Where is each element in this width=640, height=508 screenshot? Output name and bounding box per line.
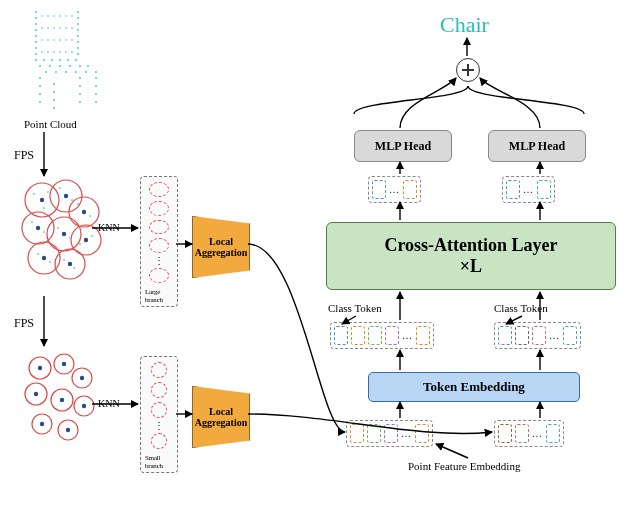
svg-point-117 [80, 376, 84, 380]
svg-point-1 [35, 17, 37, 19]
svg-point-5 [35, 41, 37, 43]
svg-point-2 [35, 23, 37, 25]
local-aggregation-upper: Local Aggregation [192, 216, 250, 278]
combine-node [456, 58, 480, 82]
xattn-tokens-left: … [330, 322, 434, 349]
svg-point-94 [71, 199, 73, 201]
svg-point-36 [53, 51, 55, 53]
pfe-tokens-right: … [494, 420, 564, 447]
svg-point-4 [35, 35, 37, 37]
local-aggregation-lower: Local Aggregation [192, 386, 250, 448]
svg-point-98 [43, 231, 45, 233]
svg-point-66 [53, 83, 55, 85]
mlp-head-right: MLP Head [488, 130, 586, 162]
svg-point-17 [47, 15, 49, 17]
svg-point-73 [95, 101, 97, 103]
svg-point-55 [75, 71, 77, 73]
svg-point-37 [59, 51, 61, 53]
svg-point-105 [63, 259, 65, 261]
svg-point-12 [77, 35, 79, 37]
svg-point-40 [35, 59, 37, 61]
svg-point-121 [40, 422, 44, 426]
cross-attention-title: Cross-Attention Layer [384, 235, 557, 256]
svg-point-43 [59, 59, 61, 61]
svg-point-103 [37, 253, 39, 255]
svg-point-115 [38, 366, 42, 370]
svg-point-51 [87, 65, 89, 67]
svg-point-28 [41, 39, 43, 41]
token-embedding-label: Token Embedding [423, 379, 525, 395]
svg-point-31 [59, 39, 61, 41]
knn-illustration-small [14, 348, 110, 460]
svg-point-54 [65, 71, 67, 73]
local-aggregation-upper-label: Local Aggregation [195, 236, 248, 258]
cross-attention-block: Cross-Attention Layer ×L [326, 222, 616, 290]
svg-point-120 [82, 404, 86, 408]
svg-point-88 [42, 256, 46, 260]
svg-point-24 [53, 27, 55, 29]
svg-point-23 [47, 27, 49, 29]
svg-point-25 [59, 27, 61, 29]
svg-point-42 [51, 59, 53, 61]
knn-label-1: KNN [98, 222, 120, 233]
svg-point-70 [95, 77, 97, 79]
cross-attention-count: ×L [460, 256, 482, 277]
point-cloud-label: Point Cloud [24, 118, 77, 130]
svg-point-0 [35, 11, 37, 13]
svg-point-38 [65, 51, 67, 53]
svg-point-44 [67, 59, 69, 61]
output-label: Chair [440, 12, 489, 38]
svg-point-101 [79, 243, 81, 245]
svg-point-27 [71, 27, 73, 29]
svg-point-15 [77, 53, 79, 55]
svg-point-58 [39, 77, 41, 79]
svg-point-61 [39, 101, 41, 103]
svg-point-33 [71, 39, 73, 41]
svg-point-69 [53, 107, 55, 109]
svg-point-64 [79, 93, 81, 95]
svg-point-82 [40, 198, 44, 202]
mlp-head-right-label: MLP Head [509, 139, 565, 154]
svg-point-71 [95, 85, 97, 87]
svg-point-106 [73, 267, 75, 269]
svg-point-45 [75, 59, 77, 61]
mlp-head-left-label: MLP Head [375, 139, 431, 154]
svg-point-14 [77, 47, 79, 49]
svg-point-118 [34, 392, 38, 396]
fps-label-2: FPS [14, 316, 34, 331]
svg-point-62 [79, 77, 81, 79]
svg-point-104 [49, 261, 51, 263]
svg-point-30 [53, 39, 55, 41]
svg-point-92 [43, 207, 45, 209]
svg-point-39 [71, 51, 73, 53]
svg-point-35 [47, 51, 49, 53]
class-token-label-right: Class Token [494, 302, 548, 314]
svg-point-97 [31, 221, 33, 223]
svg-point-116 [62, 362, 66, 366]
svg-point-18 [53, 15, 55, 17]
svg-point-119 [60, 398, 64, 402]
svg-point-90 [33, 193, 35, 195]
local-aggregation-lower-label: Local Aggregation [195, 406, 248, 428]
svg-point-67 [53, 91, 55, 93]
svg-point-59 [39, 85, 41, 87]
pfe-tokens-left: … [346, 420, 433, 447]
svg-point-26 [65, 27, 67, 29]
svg-point-84 [82, 210, 86, 214]
svg-point-65 [79, 101, 81, 103]
svg-point-57 [95, 71, 97, 73]
svg-point-48 [59, 65, 61, 67]
svg-point-122 [66, 428, 70, 432]
svg-point-46 [39, 65, 41, 67]
svg-point-41 [43, 59, 45, 61]
mlp-tokens-right: … [502, 176, 555, 203]
svg-point-91 [47, 191, 49, 193]
knn-illustration-large [14, 178, 110, 292]
svg-point-9 [77, 17, 79, 19]
svg-point-47 [49, 65, 51, 67]
svg-point-19 [59, 15, 61, 17]
svg-point-53 [55, 71, 57, 73]
point-cloud-chair [24, 6, 114, 118]
svg-point-13 [77, 41, 79, 43]
svg-point-34 [41, 51, 43, 53]
